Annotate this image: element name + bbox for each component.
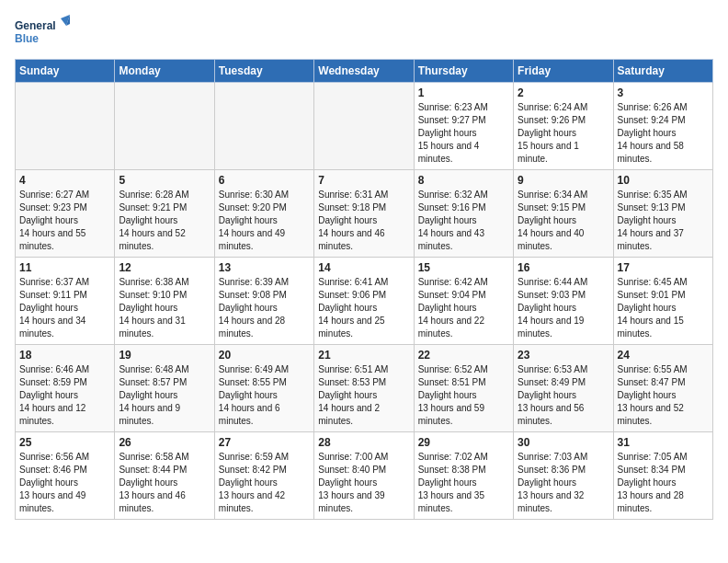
calendar-cell: 4 Sunrise: 6:27 AM Sunset: 9:23 PM Dayli… xyxy=(16,170,115,258)
weekday-header-thursday: Thursday xyxy=(414,60,513,83)
calendar-cell: 7 Sunrise: 6:31 AM Sunset: 9:18 PM Dayli… xyxy=(314,170,414,258)
day-number: 19 xyxy=(119,349,210,362)
calendar-cell: 12 Sunrise: 6:38 AM Sunset: 9:10 PM Dayl… xyxy=(115,258,214,345)
daylight-label: Daylight hours xyxy=(19,477,78,488)
sunset-label: Sunset: 9:21 PM xyxy=(119,202,187,213)
daylight-value: 14 hours and 25 minutes. xyxy=(318,316,384,339)
calendar-cell: 5 Sunrise: 6:28 AM Sunset: 9:21 PM Dayli… xyxy=(115,170,214,258)
daylight-label: Daylight hours xyxy=(518,477,576,488)
calendar-cell: 30 Sunrise: 7:03 AM Sunset: 8:36 PM Dayl… xyxy=(514,432,613,520)
daylight-label: Daylight hours xyxy=(618,215,677,225)
sunset-label: Sunset: 8:40 PM xyxy=(318,465,386,475)
daylight-label: Daylight hours xyxy=(19,303,78,313)
daylight-label: Daylight hours xyxy=(418,303,477,313)
sunrise-label: Sunrise: 6:44 AM xyxy=(518,277,587,287)
svg-text:Blue: Blue xyxy=(15,32,39,45)
sunset-label: Sunset: 8:51 PM xyxy=(418,377,486,387)
sunrise-label: Sunrise: 6:53 AM xyxy=(518,364,587,374)
svg-text:General: General xyxy=(15,19,56,32)
sunrise-label: Sunrise: 6:23 AM xyxy=(418,102,488,112)
daylight-label: Daylight hours xyxy=(518,215,576,225)
sunset-label: Sunset: 9:06 PM xyxy=(318,290,386,300)
day-info: Sunrise: 6:35 AM Sunset: 9:13 PM Dayligh… xyxy=(618,189,709,253)
day-number: 4 xyxy=(19,174,110,187)
day-info: Sunrise: 6:23 AM Sunset: 9:27 PM Dayligh… xyxy=(418,101,509,166)
sunset-label: Sunset: 8:49 PM xyxy=(518,377,586,387)
day-info: Sunrise: 6:34 AM Sunset: 9:15 PM Dayligh… xyxy=(518,189,609,253)
sunset-label: Sunset: 9:08 PM xyxy=(219,290,287,300)
day-number: 17 xyxy=(618,261,709,274)
day-info: Sunrise: 6:53 AM Sunset: 8:49 PM Dayligh… xyxy=(518,363,609,428)
daylight-label: Daylight hours xyxy=(618,390,677,400)
daylight-value: 13 hours and 28 minutes. xyxy=(618,490,684,513)
sunset-label: Sunset: 8:36 PM xyxy=(518,465,586,475)
day-number: 1 xyxy=(418,86,509,99)
sunrise-label: Sunrise: 6:49 AM xyxy=(219,364,289,374)
daylight-value: 14 hours and 43 minutes. xyxy=(418,228,484,251)
day-number: 31 xyxy=(618,436,709,449)
calendar-table: SundayMondayTuesdayWednesdayThursdayFrid… xyxy=(15,59,713,520)
calendar-cell xyxy=(314,83,414,170)
sunrise-label: Sunrise: 6:31 AM xyxy=(318,190,388,200)
daylight-label: Daylight hours xyxy=(518,390,576,400)
sunrise-label: Sunrise: 6:27 AM xyxy=(19,190,89,200)
day-info: Sunrise: 7:00 AM Sunset: 8:40 PM Dayligh… xyxy=(318,451,409,515)
sunset-label: Sunset: 9:03 PM xyxy=(518,290,586,300)
daylight-label: Daylight hours xyxy=(119,215,177,225)
sunrise-label: Sunrise: 6:56 AM xyxy=(19,452,89,462)
day-number: 13 xyxy=(219,261,310,274)
sunrise-label: Sunrise: 6:28 AM xyxy=(119,190,188,200)
day-number: 27 xyxy=(219,436,310,449)
day-number: 9 xyxy=(518,174,609,187)
day-number: 22 xyxy=(418,349,509,362)
calendar-cell: 25 Sunrise: 6:56 AM Sunset: 8:46 PM Dayl… xyxy=(16,432,115,520)
daylight-value: 13 hours and 32 minutes. xyxy=(518,490,584,513)
calendar-cell: 20 Sunrise: 6:49 AM Sunset: 8:55 PM Dayl… xyxy=(214,345,313,432)
sunrise-label: Sunrise: 6:26 AM xyxy=(618,102,688,112)
sunset-label: Sunset: 9:26 PM xyxy=(518,115,586,125)
sunrise-label: Sunrise: 6:52 AM xyxy=(418,364,488,374)
daylight-value: 14 hours and 19 minutes. xyxy=(518,316,584,339)
day-info: Sunrise: 6:55 AM Sunset: 8:47 PM Dayligh… xyxy=(618,363,709,428)
daylight-value: 14 hours and 58 minutes. xyxy=(618,141,684,164)
sunset-label: Sunset: 9:24 PM xyxy=(618,115,686,125)
daylight-label: Daylight hours xyxy=(19,390,78,400)
calendar-cell: 11 Sunrise: 6:37 AM Sunset: 9:11 PM Dayl… xyxy=(16,258,115,345)
weekday-header-friday: Friday xyxy=(514,60,613,83)
day-info: Sunrise: 6:44 AM Sunset: 9:03 PM Dayligh… xyxy=(518,276,609,340)
daylight-label: Daylight hours xyxy=(219,477,278,488)
sunset-label: Sunset: 9:11 PM xyxy=(19,290,87,300)
day-info: Sunrise: 6:46 AM Sunset: 8:59 PM Dayligh… xyxy=(19,363,110,428)
day-number: 10 xyxy=(618,174,709,187)
day-number: 8 xyxy=(418,174,509,187)
calendar-cell: 21 Sunrise: 6:51 AM Sunset: 8:53 PM Dayl… xyxy=(314,345,414,432)
sunset-label: Sunset: 9:04 PM xyxy=(418,290,486,300)
day-number: 16 xyxy=(518,261,609,274)
calendar-cell: 13 Sunrise: 6:39 AM Sunset: 9:08 PM Dayl… xyxy=(214,258,313,345)
day-info: Sunrise: 6:52 AM Sunset: 8:51 PM Dayligh… xyxy=(418,363,509,428)
daylight-value: 15 hours and 4 minutes. xyxy=(418,141,480,164)
calendar-cell: 16 Sunrise: 6:44 AM Sunset: 9:03 PM Dayl… xyxy=(514,258,613,345)
day-info: Sunrise: 6:32 AM Sunset: 9:16 PM Dayligh… xyxy=(418,189,509,253)
sunrise-label: Sunrise: 6:24 AM xyxy=(518,102,587,112)
day-number: 20 xyxy=(219,349,310,362)
daylight-value: 14 hours and 9 minutes. xyxy=(119,403,180,426)
day-info: Sunrise: 6:39 AM Sunset: 9:08 PM Dayligh… xyxy=(219,276,310,340)
daylight-label: Daylight hours xyxy=(19,215,78,225)
sunrise-label: Sunrise: 6:39 AM xyxy=(219,277,289,287)
day-number: 23 xyxy=(518,349,609,362)
sunrise-label: Sunrise: 6:48 AM xyxy=(119,364,188,374)
calendar-cell: 29 Sunrise: 7:02 AM Sunset: 8:38 PM Dayl… xyxy=(414,432,513,520)
day-number: 5 xyxy=(119,174,210,187)
calendar-cell: 26 Sunrise: 6:58 AM Sunset: 8:44 PM Dayl… xyxy=(115,432,214,520)
weekday-header-tuesday: Tuesday xyxy=(214,60,313,83)
day-info: Sunrise: 6:48 AM Sunset: 8:57 PM Dayligh… xyxy=(119,363,210,428)
daylight-label: Daylight hours xyxy=(418,128,477,138)
calendar-cell xyxy=(214,83,313,170)
daylight-value: 14 hours and 2 minutes. xyxy=(318,403,380,426)
calendar-cell: 9 Sunrise: 6:34 AM Sunset: 9:15 PM Dayli… xyxy=(514,170,613,258)
daylight-label: Daylight hours xyxy=(518,128,576,138)
calendar-cell: 23 Sunrise: 6:53 AM Sunset: 8:49 PM Dayl… xyxy=(514,345,613,432)
day-info: Sunrise: 6:41 AM Sunset: 9:06 PM Dayligh… xyxy=(318,276,409,340)
daylight-label: Daylight hours xyxy=(219,390,278,400)
